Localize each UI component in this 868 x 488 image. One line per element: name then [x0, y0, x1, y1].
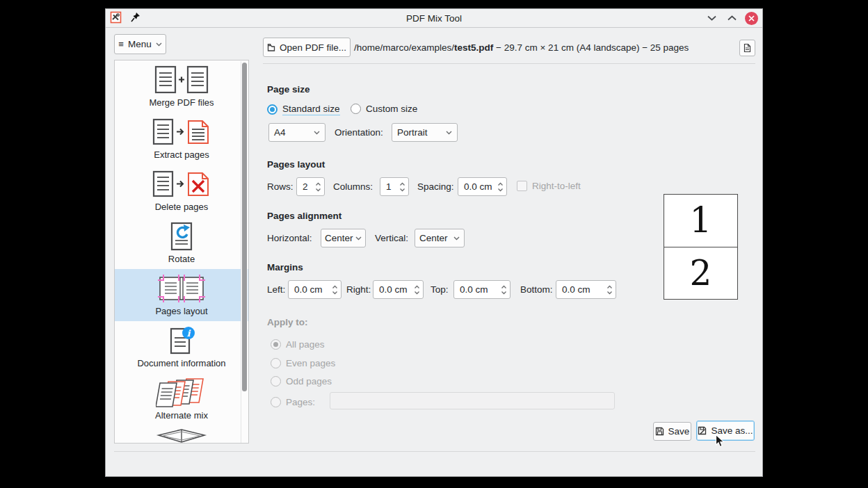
margin-right-value: 0.0 cm [379, 284, 408, 295]
apply-odd-pages-radio: Odd pages [271, 376, 332, 387]
sidebar-item-delete-pages[interactable]: Delete pages [115, 165, 248, 217]
spinner-arrows-icon [399, 182, 405, 192]
scrollbar-thumb[interactable] [242, 63, 247, 391]
chevron-down-icon [156, 42, 162, 47]
horizontal-align-select[interactable]: Center [321, 229, 366, 247]
chevron-down-icon [453, 236, 460, 241]
radio-dot [271, 339, 281, 350]
delete-pages-icon [152, 168, 211, 200]
sidebar-item-label: Delete pages [155, 202, 209, 212]
sidebar-item-alternate-mix[interactable]: Alternate mix [115, 373, 248, 425]
spacing-value: 0.0 cm [464, 181, 492, 192]
open-pdf-file-label: Open PDF file... [280, 42, 346, 53]
save-as-icon [698, 426, 707, 435]
document-icon [744, 43, 751, 53]
margin-bottom-label: Bottom: [520, 284, 553, 295]
shade-up-icon[interactable] [725, 11, 739, 25]
horizontal-align-value: Center [325, 233, 353, 243]
titlebar[interactable]: PDF Mix Tool [106, 9, 762, 28]
orientation-select[interactable]: Portrait [392, 123, 458, 142]
layout-preview: 1 2 [664, 194, 738, 300]
alternate-mix-icon [156, 377, 207, 409]
radio-dot [271, 397, 281, 407]
close-icon[interactable] [745, 12, 758, 25]
radio-dot [351, 104, 361, 114]
chevron-down-icon [314, 131, 320, 135]
save-as-button[interactable]: Save as... [696, 421, 755, 441]
toolbar-separator [263, 63, 755, 64]
file-details: − 29.7 cm × 21 cm (A4 landscape) − 25 pa… [493, 42, 689, 53]
standard-size-label: Standard size [282, 104, 340, 115]
vertical-align-value: Center [419, 233, 448, 243]
rows-value: 2 [303, 181, 308, 192]
preview-page-1: 1 [664, 195, 737, 247]
margin-top-value: 0.0 cm [460, 284, 488, 295]
booklet-icon [154, 428, 209, 444]
sidebar-item-label: Alternate mix [155, 410, 208, 421]
app-window: PDF Mix Tool ≡ Menu [105, 8, 763, 477]
standard-size-radio[interactable]: Standard size [267, 104, 340, 115]
merge-pdf-icon [154, 64, 209, 96]
right-to-left-checkbox: Right-to-left [517, 181, 581, 191]
columns-stepper[interactable]: 1 [380, 177, 409, 196]
chevron-down-icon [355, 236, 362, 241]
sidebar-item-label: Pages layout [155, 306, 207, 316]
columns-label: Columns: [333, 181, 373, 192]
menu-button-label: Menu [128, 39, 152, 49]
menu-button[interactable]: ≡ Menu [114, 34, 166, 54]
file-name: test5.pdf [454, 42, 493, 53]
radio-dot [267, 104, 278, 115]
apply-even-pages-label: Even pages [286, 358, 335, 368]
chevron-down-icon [446, 131, 452, 135]
vertical-label: Vertical: [375, 233, 408, 243]
checkbox-box [517, 181, 527, 191]
margins-heading: Margins [267, 262, 303, 273]
custom-size-label: Custom size [366, 104, 417, 114]
sidebar-item-extract-pages[interactable]: Extract pages [115, 113, 248, 165]
paper-size-select[interactable]: A4 [268, 123, 326, 142]
page-size-heading: Page size [267, 84, 310, 95]
save-icon [655, 427, 664, 436]
spinner-arrows-icon [332, 285, 338, 295]
columns-value: 1 [386, 181, 392, 192]
rows-stepper[interactable]: 2 [296, 177, 325, 196]
margin-right-stepper[interactable]: 0.0 cm [373, 280, 424, 299]
file-path: /home/marco/examples/ [354, 42, 454, 53]
margin-right-label: Right: [346, 284, 371, 295]
sidebar-item-booklet[interactable] [115, 425, 248, 444]
margin-top-label: Top: [431, 284, 449, 295]
sidebar-item-label: Rotate [168, 254, 195, 264]
save-button[interactable]: Save [653, 422, 691, 441]
apply-all-pages-label: All pages [286, 339, 325, 350]
sidebar-item-merge-pdf-files[interactable]: Merge PDF files [115, 60, 248, 113]
apply-to-heading: Apply to: [267, 317, 308, 327]
spinner-arrows-icon [606, 285, 613, 295]
save-as-button-label: Save as... [711, 425, 753, 436]
orientation-label: Orientation: [335, 127, 383, 138]
spinner-arrows-icon [497, 182, 504, 192]
document-information-icon: i [166, 325, 198, 357]
right-to-left-label: Right-to-left [532, 181, 581, 191]
hamburger-icon: ≡ [118, 39, 124, 49]
open-pdf-file-button[interactable]: Open PDF file... [263, 38, 351, 57]
orientation-value: Portrait [397, 127, 428, 138]
sidebar-scrollbar[interactable] [241, 61, 248, 444]
apply-all-pages-radio: All pages [271, 339, 325, 350]
margin-left-stepper[interactable]: 0.0 cm [288, 280, 341, 299]
sidebar-item-document-information[interactable]: i Document information [115, 321, 248, 373]
preview-page-2: 2 [664, 247, 737, 300]
apply-pages-label: Pages: [286, 397, 315, 407]
spacing-stepper[interactable]: 0.0 cm [458, 177, 507, 196]
custom-size-radio[interactable]: Custom size [351, 104, 417, 114]
margin-bottom-stepper[interactable]: 0.0 cm [556, 280, 616, 299]
tool-list: Merge PDF files Extract pages [114, 60, 249, 444]
vertical-align-select[interactable]: Center [415, 229, 465, 247]
margin-left-label: Left: [267, 284, 285, 295]
margin-left-value: 0.0 cm [294, 284, 323, 295]
margin-top-stepper[interactable]: 0.0 cm [453, 280, 511, 299]
shade-down-icon[interactable] [705, 11, 718, 25]
sidebar-item-rotate[interactable]: Rotate [115, 217, 248, 269]
sidebar-item-pages-layout[interactable]: Pages layout [115, 269, 248, 321]
document-properties-button[interactable] [739, 40, 755, 56]
rotate-icon [168, 220, 195, 252]
